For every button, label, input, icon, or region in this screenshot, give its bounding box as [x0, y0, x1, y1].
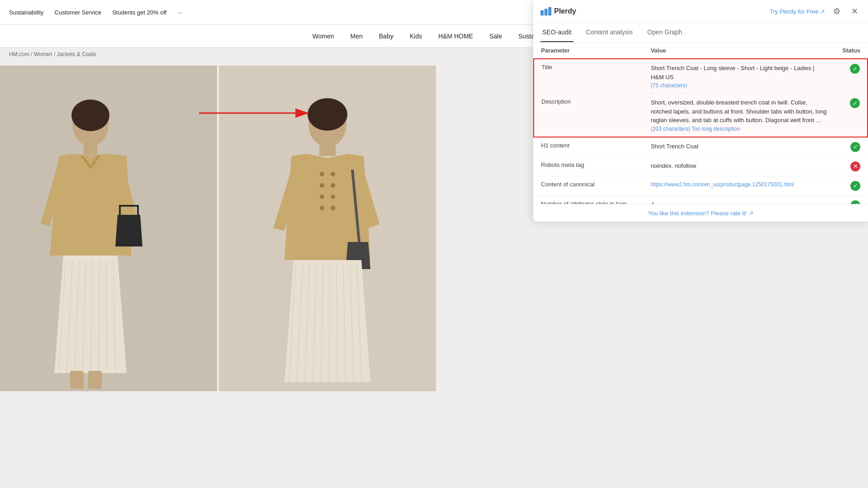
table-row: Content of canonicalhttps://www2.hm.com/… — [534, 176, 868, 195]
svg-point-21 — [320, 206, 324, 210]
table-row: DescriptionShort, oversized, double-brea… — [534, 94, 868, 137]
settings-button[interactable]: ⚙ — [830, 5, 843, 17]
row-status: ✓ — [835, 59, 868, 94]
hm-page: Sustainability Customer Service Students… — [0, 0, 868, 488]
row-status: ✓ — [835, 137, 868, 157]
row-parameter: H1 content — [534, 137, 644, 157]
row-parameter: Description — [534, 94, 644, 137]
row-value: noindex, nofollow — [644, 156, 835, 176]
nav-women[interactable]: Women — [313, 33, 334, 40]
tab-seo-audit[interactable]: SEO-audit — [541, 23, 574, 42]
svg-rect-40 — [548, 7, 551, 16]
row-parameter: Title — [534, 59, 644, 94]
row-status: ✓ — [835, 195, 868, 204]
topbar-sustainability[interactable]: Sustainability — [9, 9, 44, 16]
table-row: TitleShort Trench Coat - Long sleeve - S… — [534, 59, 868, 94]
tab-open-graph[interactable]: Open Graph — [645, 23, 684, 42]
table-row: Robots meta tagnoindex, nofollow✕ — [534, 156, 868, 176]
plerdy-panel: Plerdy Try Plerdy for Free ↗ ⚙ ✕ SEO-aud… — [533, 0, 868, 222]
topbar-students[interactable]: Students get 20% off — [112, 9, 166, 16]
row-status: ✓ — [835, 94, 868, 137]
plerdy-tabs: SEO-audit Content analysis Open Graph — [533, 23, 868, 43]
row-parameter: Content of canonical — [534, 176, 644, 195]
topbar-customer-service[interactable]: Customer Service — [55, 9, 101, 16]
svg-point-25 — [331, 206, 335, 210]
nav-home[interactable]: H&M HOME — [438, 33, 473, 40]
product-image-1 — [0, 66, 217, 391]
nav-baby[interactable]: Baby — [379, 33, 394, 40]
row-value: https://www2.hm.com/en_us/productpage.12… — [644, 176, 835, 195]
row-status: ✕ — [835, 156, 868, 176]
model-svg-1 — [0, 66, 217, 391]
row-status: ✓ — [835, 176, 868, 195]
svg-point-2 — [71, 99, 109, 131]
row-parameter: Number of attributes style in tags — [534, 195, 644, 204]
plerdy-logo-text: Plerdy — [554, 7, 576, 15]
svg-point-22 — [331, 172, 335, 176]
plerdy-header: Plerdy Try Plerdy for Free ↗ ⚙ ✕ — [533, 0, 868, 23]
tab-content-analysis[interactable]: Content analysis — [584, 23, 635, 42]
product-image-2 — [219, 66, 436, 391]
row-value: Short, oversized, double-breasted trench… — [644, 94, 835, 137]
plerdy-footer: You like this extension? Please rate it!… — [533, 204, 868, 222]
col-status: Status — [835, 43, 868, 59]
plerdy-table: Parameter Value Status TitleShort Trench… — [533, 43, 868, 204]
svg-point-23 — [331, 183, 335, 188]
row-value: Short Trench Coat — [644, 137, 835, 157]
svg-point-18 — [320, 172, 324, 176]
rate-extension-link[interactable]: You like this extension? Please rate it!… — [648, 210, 753, 217]
svg-rect-13 — [88, 371, 102, 389]
topbar-more[interactable]: ··· — [177, 9, 182, 16]
svg-rect-3 — [84, 142, 97, 155]
plerdy-header-right: Try Plerdy for Free ↗ ⚙ ✕ — [770, 5, 861, 17]
try-plerdy-link[interactable]: Try Plerdy for Free ↗ — [770, 8, 825, 15]
plerdy-logo: Plerdy — [541, 7, 576, 16]
table-row: H1 contentShort Trench Coat✓ — [534, 137, 868, 157]
nav-men[interactable]: Men — [351, 33, 363, 40]
svg-rect-12 — [70, 371, 84, 389]
row-value: 4 — [644, 195, 835, 204]
plerdy-logo-icon — [541, 7, 551, 16]
row-parameter: Robots meta tag — [534, 156, 644, 176]
svg-rect-17 — [319, 143, 336, 156]
svg-rect-39 — [545, 9, 548, 15]
col-parameter: Parameter — [534, 43, 644, 59]
svg-rect-38 — [541, 10, 544, 15]
nav-sale[interactable]: Sale — [489, 33, 502, 40]
svg-point-20 — [320, 194, 324, 199]
svg-point-24 — [331, 194, 335, 199]
table-row: Number of attributes style in tags4✓ — [534, 195, 868, 204]
close-button[interactable]: ✕ — [849, 5, 861, 17]
svg-point-19 — [320, 183, 324, 188]
col-value: Value — [644, 43, 835, 59]
svg-point-16 — [308, 98, 347, 131]
model-svg-2 — [219, 66, 436, 391]
row-value: Short Trench Coat - Long sleeve - Short … — [644, 59, 835, 94]
nav-kids[interactable]: Kids — [410, 33, 422, 40]
